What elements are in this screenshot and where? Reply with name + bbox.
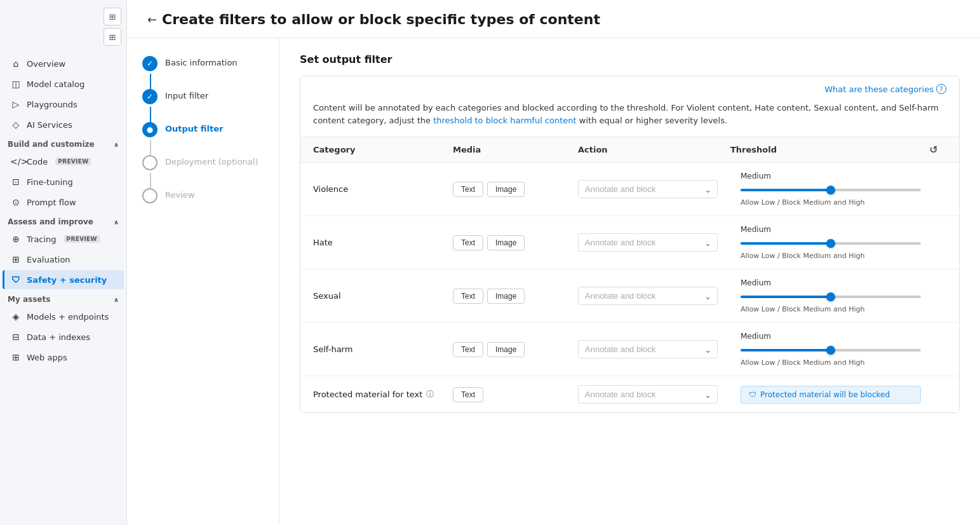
step-connector-1 [150, 74, 151, 89]
action-sexual[interactable]: Annotate and block [578, 287, 718, 305]
step-label-basic-info: Basic information [165, 56, 238, 67]
image-button-violence[interactable]: Image [487, 182, 525, 197]
table-row: Hate Text Image Annotate and block Mediu… [300, 216, 959, 269]
step-deployment: Deployment (optional) [142, 155, 264, 170]
action-select-self-harm[interactable]: Annotate and block [578, 340, 718, 358]
step-label-review: Review [165, 188, 194, 200]
sidebar-item-model-catalog[interactable]: ◫ Model catalog [3, 74, 124, 93]
col-action: Action [578, 145, 730, 154]
code-icon: </> [10, 156, 22, 167]
text-button-violence[interactable]: Text [453, 182, 483, 197]
step-circle-input-filter: ✓ [142, 89, 158, 104]
info-icon: ⓘ [426, 389, 434, 400]
sidebar-item-data-indexes[interactable]: ⊟ Data + indexes [3, 327, 124, 346]
section-title: Set output filter [300, 53, 960, 65]
step-connector-4 [150, 173, 151, 188]
action-self-harm[interactable]: Annotate and block [578, 340, 718, 358]
category-sexual: Sexual [313, 291, 453, 301]
step-label-output-filter: Output filter [165, 122, 223, 133]
action-violence[interactable]: Annotate and block [578, 180, 718, 198]
sidebar-item-web-apps[interactable]: ⊞ Web apps [3, 348, 124, 367]
media-self-harm: Text Image [453, 342, 578, 357]
action-hate[interactable]: Annotate and block [578, 233, 718, 252]
threshold-violence: Medium Allow Low / Block Medium and High [730, 172, 921, 207]
content-panel: Set output filter What are these categor… [279, 38, 980, 525]
text-button-self-harm[interactable]: Text [453, 342, 483, 357]
step-basic-info: ✓ Basic information [142, 56, 264, 71]
action-select-violence[interactable]: Annotate and block [578, 180, 718, 198]
step-connector-2 [150, 107, 151, 122]
page-title: Create filters to allow or block specifi… [162, 11, 600, 27]
reset-all-icon[interactable]: ↺ [921, 144, 946, 156]
play-icon: ▷ [10, 99, 22, 109]
models-icon: ◈ [10, 311, 22, 322]
col-media: Media [453, 145, 578, 154]
webapp-icon: ⊞ [10, 352, 22, 362]
section-assess-improve[interactable]: Assess and improve ∧ [0, 212, 126, 229]
main-content: ← Create filters to allow or block speci… [127, 0, 980, 525]
page-header: ← Create filters to allow or block speci… [127, 0, 980, 38]
what-categories-link[interactable]: What are these categories ? [824, 84, 946, 94]
category-hate: Hate [313, 238, 453, 247]
col-threshold: Threshold [730, 145, 921, 154]
eval-icon: ⊞ [10, 254, 22, 264]
sidebar-item-ai-services[interactable]: ◇ AI Services [3, 115, 124, 134]
step-circle-review [142, 188, 158, 203]
wizard-steps: ✓ Basic information ✓ Input filter ● Out… [127, 38, 279, 525]
section-my-assets[interactable]: My assets ∧ [0, 290, 126, 306]
image-button-hate[interactable]: Image [487, 235, 525, 250]
collapse-sidebar-button[interactable]: ⊞ [104, 8, 121, 25]
fine-tuning-icon: ⊡ [10, 177, 22, 187]
table-header: Category Media Action Threshold ↺ [300, 137, 959, 163]
image-button-sexual[interactable]: Image [487, 289, 525, 304]
image-button-self-harm[interactable]: Image [487, 342, 525, 357]
action-select-hate[interactable]: Annotate and block [578, 233, 718, 252]
services-icon: ◇ [10, 119, 22, 130]
threshold-protected: 🛡 Protected material will be blocked [730, 386, 921, 404]
sidebar-item-fine-tuning[interactable]: ⊡ Fine-tuning [3, 172, 124, 191]
filter-card: What are these categories ? Content will… [300, 76, 960, 413]
tracing-icon: ⊕ [10, 234, 22, 244]
media-protected: Text [453, 387, 578, 402]
chevron-up-icon-3: ∧ [114, 296, 119, 303]
text-button-hate[interactable]: Text [453, 235, 483, 250]
step-output-filter: ● Output filter [142, 122, 264, 137]
main-body: ✓ Basic information ✓ Input filter ● Out… [127, 38, 980, 525]
action-protected[interactable]: Annotate and block [578, 385, 718, 404]
protected-badge: 🛡 Protected material will be blocked [741, 386, 921, 404]
section-build-customize[interactable]: Build and customize ∧ [0, 135, 126, 151]
text-button-protected[interactable]: Text [453, 387, 483, 402]
category-self-harm: Self-harm [313, 344, 453, 354]
sidebar-item-tracing[interactable]: ⊕ Tracing PREVIEW [3, 229, 124, 249]
action-select-sexual[interactable]: Annotate and block [578, 287, 718, 305]
action-select-protected[interactable]: Annotate and block [578, 385, 718, 404]
text-button-sexual[interactable]: Text [453, 289, 483, 304]
shield-check-icon: 🛡 [749, 390, 756, 399]
category-violence: Violence [313, 184, 453, 194]
sidebar-top-icons: ⊞ ⊞ [0, 5, 126, 48]
home-icon: ⌂ [10, 58, 22, 69]
media-hate: Text Image [453, 235, 578, 250]
sidebar-item-evaluation[interactable]: ⊞ Evaluation [3, 250, 124, 269]
step-input-filter: ✓ Input filter [142, 89, 264, 104]
step-label-input-filter: Input filter [165, 89, 208, 100]
sidebar-item-playgrounds[interactable]: ▷ Playgrounds [3, 95, 124, 114]
expand-panel-button[interactable]: ⊞ [104, 28, 121, 46]
sidebar-item-safety-security[interactable]: 🛡 Safety + security [3, 270, 124, 289]
preview-badge: PREVIEW [55, 158, 91, 165]
sidebar-item-overview[interactable]: ⌂ Overview [3, 54, 124, 73]
data-icon: ⊟ [10, 332, 22, 342]
step-review: Review [142, 188, 264, 203]
category-protected: Protected material for text ⓘ [313, 389, 453, 400]
media-sexual: Text Image [453, 289, 578, 304]
threshold-sexual: Medium Allow Low / Block Medium and High [730, 278, 921, 313]
threshold-self-harm: Medium Allow Low / Block Medium and High [730, 332, 921, 367]
chevron-up-icon-2: ∧ [114, 219, 119, 226]
sidebar-item-prompt-flow[interactable]: ⊙ Prompt flow [3, 193, 124, 212]
table-row: Sexual Text Image Annotate and block Med… [300, 269, 959, 323]
preview-badge-2: PREVIEW [64, 235, 100, 243]
sidebar-item-code[interactable]: </> Code PREVIEW [3, 152, 124, 171]
col-category: Category [313, 145, 453, 154]
back-button[interactable]: ← [147, 13, 157, 26]
sidebar-item-models-endpoints[interactable]: ◈ Models + endpoints [3, 307, 124, 326]
